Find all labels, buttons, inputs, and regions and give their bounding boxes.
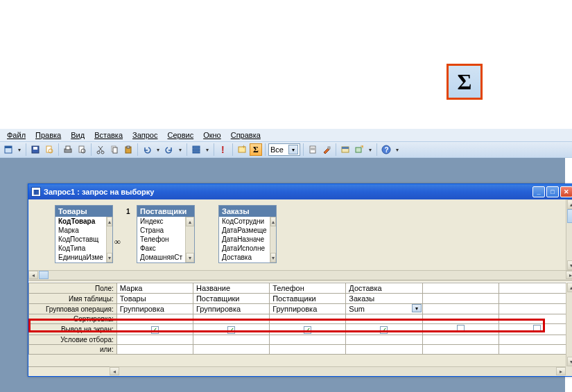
grid-cell-groupop[interactable]: [499, 304, 572, 314]
checkbox-checked-icon[interactable]: ✓: [227, 326, 235, 334]
grid-cell-table[interactable]: Заказы: [346, 294, 422, 304]
table-box-1[interactable]: Товары КодТовара Марка КодПоставщ КодТип…: [55, 205, 113, 263]
scroll-right-icon[interactable]: ▸: [556, 367, 566, 375]
grid-cell-criteria[interactable]: [116, 335, 193, 345]
menu-window[interactable]: Окно: [199, 130, 225, 140]
close-button[interactable]: ✕: [560, 186, 572, 197]
scroll-left-icon[interactable]: ◂: [110, 367, 119, 375]
grid-cell-groupop-active[interactable]: Sum ▾: [346, 304, 422, 314]
grid-hscrollbar[interactable]: ◂ ▸: [110, 366, 566, 376]
scroll-down-icon[interactable]: ▾: [186, 253, 194, 262]
grid-cell-or[interactable]: [193, 345, 269, 355]
new-object-button[interactable]: [353, 143, 365, 156]
grid-cell-criteria[interactable]: [422, 335, 499, 345]
maximize-button[interactable]: □: [546, 186, 559, 197]
grid-cell-or[interactable]: [270, 345, 346, 355]
query-type-button[interactable]: [190, 143, 202, 156]
grid-cell-sort[interactable]: [422, 314, 499, 324]
grid-cell-table[interactable]: [422, 294, 499, 304]
grid-cell-table[interactable]: Поставщики: [270, 294, 346, 304]
menu-edit[interactable]: Правка: [31, 130, 65, 140]
scroll-left-icon[interactable]: ◂: [28, 271, 38, 279]
grid-cell-sort[interactable]: [499, 314, 572, 324]
view-dropdown[interactable]: ▾: [16, 143, 23, 156]
grid-cell-field[interactable]: Доставка: [346, 283, 422, 294]
table-2-field[interactable]: Индекс: [137, 217, 185, 226]
grid-cell-field[interactable]: [499, 283, 572, 294]
menu-insert[interactable]: Вставка: [90, 130, 127, 140]
table-box-3[interactable]: Заказы КодСотрудни ДатаРазмеще ДатаНазна…: [218, 205, 277, 263]
table-1-field[interactable]: КодТовара: [55, 217, 106, 226]
chevron-down-icon[interactable]: ▾: [288, 145, 298, 154]
grid-cell-criteria[interactable]: [270, 335, 346, 345]
scroll-up-icon[interactable]: ▴: [107, 217, 112, 226]
scroll-right-icon[interactable]: ▸: [566, 271, 572, 279]
tables-pane[interactable]: Товары КодТовара Марка КодПоставщ КодТип…: [28, 199, 572, 280]
file-search-button[interactable]: [43, 143, 55, 156]
table-1-field[interactable]: КодТипа: [55, 244, 106, 253]
checkbox-unchecked-icon[interactable]: [533, 325, 541, 332]
grid-cell-or[interactable]: [116, 345, 193, 355]
grid-cell-groupop[interactable]: Группировка: [270, 304, 346, 314]
grid-cell-table[interactable]: Товары: [116, 294, 193, 304]
copy-button[interactable]: [108, 143, 121, 156]
redo-dropdown[interactable]: ▾: [177, 143, 184, 156]
table-1-title[interactable]: Товары: [55, 206, 112, 217]
grid-cell-show[interactable]: ✓: [346, 324, 422, 335]
paste-button[interactable]: [122, 143, 135, 156]
grid-cell-groupop[interactable]: [422, 304, 499, 314]
grid-cell-criteria[interactable]: [346, 335, 422, 345]
tables-pane-hscrollbar[interactable]: ◂ ▸: [28, 270, 572, 280]
grid-cell-table[interactable]: [499, 294, 572, 304]
table-3-field[interactable]: КодСотрудни: [219, 217, 270, 226]
grid-cell-groupop[interactable]: Группировка: [193, 304, 269, 314]
table-3-field[interactable]: ДатаРазмеще: [219, 226, 270, 235]
run-button[interactable]: !: [217, 143, 229, 156]
menu-view[interactable]: Вид: [67, 130, 89, 140]
save-button[interactable]: [29, 143, 42, 156]
table-2-field[interactable]: ДомашняяСт: [137, 253, 185, 262]
scroll-down-icon[interactable]: ▾: [107, 253, 112, 262]
grid-cell-or[interactable]: [346, 345, 422, 355]
minimize-button[interactable]: _: [532, 186, 545, 197]
print-button[interactable]: [62, 143, 74, 156]
undo-button[interactable]: [141, 143, 153, 156]
grid-cell-table[interactable]: Поставщики: [193, 294, 269, 304]
menu-file[interactable]: Файл: [3, 130, 30, 140]
titlebar[interactable]: ▦ Запрос1 : запрос на выборку _ □ ✕: [28, 184, 572, 199]
checkbox-checked-icon[interactable]: ✓: [380, 326, 388, 334]
scroll-down-icon[interactable]: ▾: [567, 260, 573, 270]
grid-cell-sort[interactable]: [116, 314, 193, 324]
grid-cell-show[interactable]: ✓: [193, 324, 269, 335]
grid-cell-field[interactable]: Телефон: [270, 283, 346, 294]
table-box-2[interactable]: Поставщики Индекс Страна Телефон Факс До…: [137, 205, 195, 263]
grid-cell-groupop[interactable]: Группировка: [116, 304, 193, 314]
scroll-up-icon[interactable]: ▴: [567, 283, 573, 292]
view-button[interactable]: [2, 143, 15, 156]
redo-button[interactable]: [163, 143, 175, 156]
menu-help[interactable]: Справка: [227, 130, 265, 140]
table-1-field[interactable]: ЕдиницаИзме: [55, 253, 106, 262]
show-table-button[interactable]: +: [236, 143, 248, 156]
table-3-field[interactable]: ДатаИсполне: [219, 244, 270, 253]
checkbox-checked-icon[interactable]: ✓: [304, 326, 311, 334]
table-3-field[interactable]: Доставка: [219, 253, 270, 262]
grid-cell-criteria[interactable]: [499, 335, 572, 345]
menu-query[interactable]: Запрос: [128, 130, 162, 140]
help-button[interactable]: ?: [380, 143, 392, 156]
top-values-combo[interactable]: Все ▾: [268, 143, 300, 156]
grid-cell-sort[interactable]: [346, 314, 422, 324]
new-object-dropdown[interactable]: ▾: [367, 143, 374, 156]
build-button[interactable]: [320, 143, 333, 156]
grid-cell-or[interactable]: [422, 345, 499, 355]
grid-cell-or[interactable]: [499, 345, 572, 355]
grid-cell-field[interactable]: [422, 283, 499, 294]
grid-cell-field[interactable]: Марка: [116, 283, 193, 294]
query-type-dropdown[interactable]: ▾: [204, 143, 211, 156]
grid-cell-sort[interactable]: [193, 314, 269, 324]
tables-pane-vscrollbar[interactable]: ▴ ▾: [566, 199, 572, 270]
menu-tools[interactable]: Сервис: [163, 130, 198, 140]
grid-cell-show[interactable]: [499, 324, 572, 335]
grid-vscrollbar[interactable]: ▴ ▾: [566, 283, 572, 366]
grid-cell-show[interactable]: ✓: [270, 324, 346, 335]
